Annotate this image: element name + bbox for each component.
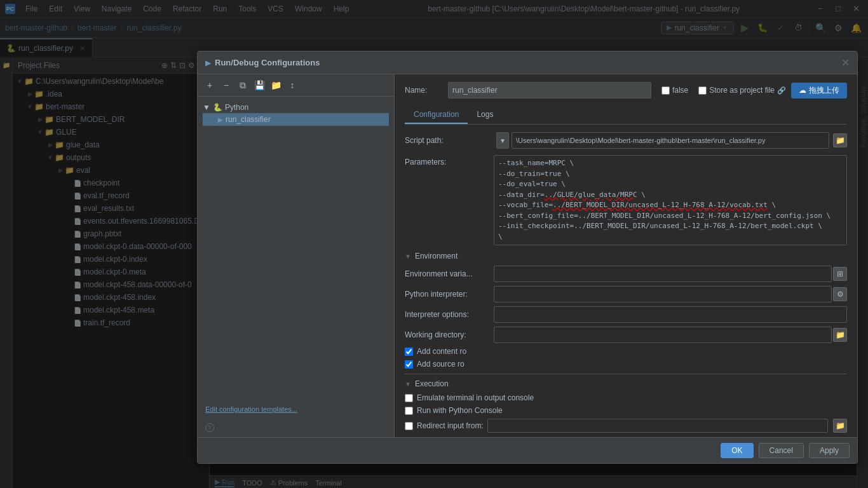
tree-item-eval-results[interactable]: ▶ 📄 eval_results.txt: [13, 202, 209, 215]
menu-navigate[interactable]: Navigate: [97, 3, 137, 15]
favorites-label[interactable]: Favorites: [859, 116, 867, 150]
tree-item-glue-data[interactable]: ▶ 📁 glue_data: [13, 139, 209, 151]
allow-parallel-checkbox[interactable]: [661, 86, 670, 95]
parameters-value[interactable]: --task_name=MRPC \ --do_train=true \ --d…: [494, 155, 847, 245]
bottom-tab-todo[interactable]: TODO: [242, 479, 262, 487]
store-project-link-icon[interactable]: 🔗: [777, 86, 786, 95]
dialog-help[interactable]: ?: [198, 418, 394, 437]
tree-item-ckpt458-meta[interactable]: ▶ 📄 model.ckpt-458.meta: [13, 304, 209, 316]
project-add-icon[interactable]: ⊕: [161, 61, 168, 70]
menu-edit[interactable]: Edit: [44, 3, 67, 15]
dialog-add-button[interactable]: +: [203, 78, 217, 92]
tree-item-ckpt0-data[interactable]: ▶ 📄 model.ckpt-0.data-00000-of-000: [13, 240, 209, 253]
add-content-checkbox[interactable]: [405, 348, 413, 356]
debug-button[interactable]: 🐛: [756, 21, 770, 35]
run-python-console-checkbox[interactable]: [405, 407, 413, 415]
dialog-remove-button[interactable]: −: [219, 78, 233, 92]
project-icon[interactable]: 📁: [1, 60, 11, 70]
breadcrumb-project[interactable]: bert-master-github: [5, 24, 67, 32]
close-button[interactable]: ✕: [849, 2, 863, 16]
edit-templates-link[interactable]: Edit configuration templates...: [198, 400, 394, 418]
script-path-folder-button[interactable]: 📁: [833, 133, 847, 147]
menu-vcs[interactable]: VCS: [262, 3, 288, 15]
tree-item-bert-master[interactable]: ▼ 📁 bert-master: [13, 100, 209, 113]
dialog-close-button[interactable]: ✕: [841, 57, 850, 69]
menu-window[interactable]: Window: [290, 3, 327, 15]
apply-button[interactable]: Apply: [809, 443, 850, 458]
menu-help[interactable]: Help: [329, 3, 355, 15]
menu-run[interactable]: Run: [208, 3, 232, 15]
working-directory-folder[interactable]: 📁: [833, 328, 847, 342]
tree-item-graph[interactable]: ▶ 📄 graph.pbtxt: [13, 227, 209, 240]
tree-root[interactable]: ▼ 📁 C:\Users\wangrulin\Desktop\Model\be: [13, 75, 209, 88]
tree-item-ckpt458-index[interactable]: ▶ 📄 model.ckpt-458.index: [13, 291, 209, 304]
tree-item-train-tf[interactable]: ▶ 📄 train.tf_record: [13, 316, 209, 329]
redirect-input-checkbox[interactable]: [405, 422, 413, 430]
minimize-button[interactable]: −: [813, 2, 827, 16]
maximize-button[interactable]: □: [831, 2, 845, 16]
python-interpreter-settings[interactable]: ⚙: [833, 287, 847, 301]
baidu-upload-button[interactable]: ☁ 拖拽上传: [791, 83, 847, 98]
env-vars-button[interactable]: ⊞: [833, 267, 847, 281]
execution-section-header[interactable]: ▼ Execution: [405, 379, 847, 388]
redirect-folder-button[interactable]: 📁: [833, 419, 847, 433]
parameters-label: Parameters:: [405, 155, 494, 166]
menu-code[interactable]: Code: [138, 3, 166, 15]
tree-item-eval-tf[interactable]: ▶ 📄 eval.tf_record: [13, 189, 209, 202]
working-directory-input[interactable]: [494, 327, 832, 343]
script-type-select[interactable]: ▼: [496, 132, 509, 149]
tree-item-ckpt0-meta[interactable]: ▶ 📄 model.ckpt-0.meta: [13, 266, 209, 278]
menu-file[interactable]: File: [20, 3, 43, 15]
tree-item-events[interactable]: ▶ 📄 events.out.tfevents.1669981065.D: [13, 215, 209, 227]
redirect-input[interactable]: [487, 419, 828, 433]
tree-item-ckpt458-data[interactable]: ▶ 📄 model.ckpt-458.data-00000-of-0: [13, 278, 209, 291]
environment-section-header[interactable]: ▼ Environment: [405, 252, 847, 261]
project-sync-icon[interactable]: ⇅: [170, 61, 177, 70]
coverage-button[interactable]: ✓: [773, 21, 787, 35]
interpreter-options-input[interactable]: [494, 306, 847, 323]
notifications-button[interactable]: 🔔: [849, 21, 863, 35]
tree-item-idea[interactable]: ▶ 📁 .idea: [13, 88, 209, 100]
breadcrumb-file[interactable]: run_classifier.py: [126, 24, 181, 32]
ok-button[interactable]: OK: [721, 443, 753, 458]
settings-button[interactable]: ⚙: [831, 21, 845, 35]
project-settings-icon[interactable]: ⚙: [188, 61, 195, 70]
help-icon: ?: [205, 423, 214, 432]
dialog-copy-button[interactable]: ⧉: [236, 78, 250, 92]
cancel-button[interactable]: Cancel: [759, 443, 804, 458]
tab-logs[interactable]: Logs: [468, 106, 502, 124]
tree-item-eval[interactable]: ▶ 📁 eval: [13, 164, 209, 177]
tree-item-outputs[interactable]: ▼ 📁 outputs: [13, 151, 209, 164]
menu-refactor[interactable]: Refactor: [168, 3, 207, 15]
tree-item-bert-model[interactable]: ▶ 📁 BERT_MODEL_DIR: [13, 113, 209, 126]
run-button[interactable]: ▶: [738, 21, 752, 35]
store-project-checkbox[interactable]: [698, 86, 707, 95]
structure-label[interactable]: Structure: [859, 83, 867, 116]
python-interpreter-input[interactable]: [494, 286, 832, 302]
env-vars-input[interactable]: [494, 266, 832, 282]
config-item-run-classifier[interactable]: ▶ run_classifier: [203, 113, 389, 126]
add-source-checkbox[interactable]: [405, 360, 413, 369]
emulate-terminal-checkbox[interactable]: [405, 394, 413, 402]
dialog-folder-button[interactable]: 📁: [269, 78, 283, 92]
search-button[interactable]: 🔍: [813, 21, 827, 35]
tab-close-icon[interactable]: ✕: [79, 44, 86, 53]
tree-item-checkpoint[interactable]: ▶ 📄 checkpoint: [13, 177, 209, 189]
name-input[interactable]: run_classifier: [448, 82, 651, 98]
profile-button[interactable]: ⏱: [791, 21, 805, 35]
tab-configuration[interactable]: Configuration: [405, 106, 468, 124]
breadcrumb-module[interactable]: bert-master: [78, 24, 116, 32]
dialog-sort-button[interactable]: ↕: [285, 78, 299, 92]
bottom-tab-problems[interactable]: ⚠ Problems: [270, 478, 308, 487]
project-expand-icon[interactable]: ⊡: [179, 61, 186, 70]
bottom-tab-run[interactable]: ▶ Run: [215, 478, 234, 487]
tab-run-classifier[interactable]: 🐍 run_classifier.py ✕: [0, 38, 93, 57]
tree-item-ckpt0-index[interactable]: ▶ 📄 model.ckpt-0.index: [13, 253, 209, 266]
dialog-save-button[interactable]: 💾: [252, 78, 266, 92]
tree-item-glue[interactable]: ▼ 📁 GLUE: [13, 126, 209, 139]
bottom-tab-terminal[interactable]: Terminal: [315, 479, 342, 487]
menu-tools[interactable]: Tools: [233, 3, 261, 15]
menu-view[interactable]: View: [69, 3, 95, 15]
config-group-python-header[interactable]: ▼ 🐍 Python: [203, 102, 389, 113]
run-config-button[interactable]: ▶ run_classifier ▼: [661, 22, 734, 34]
